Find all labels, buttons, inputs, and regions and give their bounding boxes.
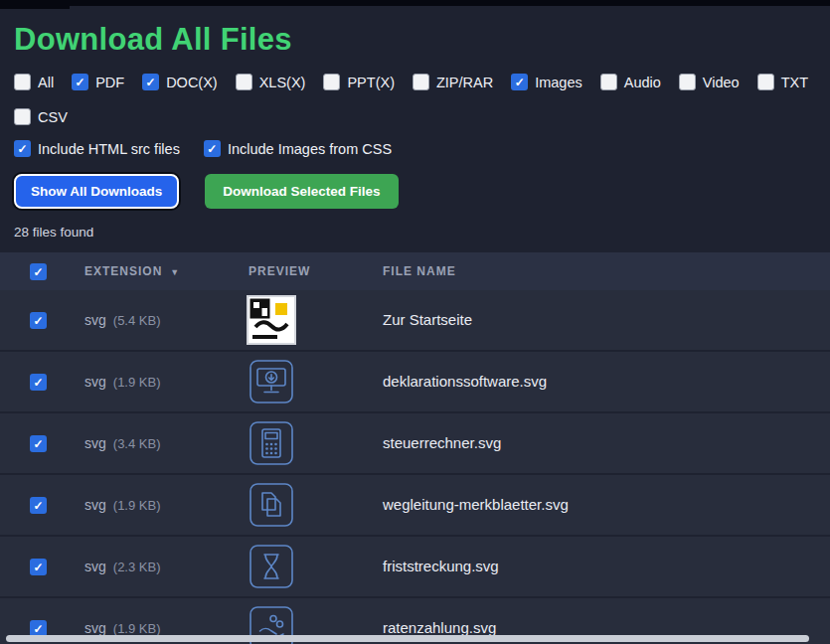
filter-all[interactable]: All [14,74,54,90]
filter-checkbox-txt[interactable] [757,74,774,90]
preview-cell [249,359,383,404]
file-extension: svg [84,374,106,390]
row-checkbox-cell: ✓ [30,311,84,330]
filter-label: XLS(X) [259,75,306,90]
filter-checkbox-images[interactable]: ✓ [511,74,528,90]
file-name: steuerrechner.svg [383,434,501,451]
check-icon: ✓ [33,500,43,512]
option-include-images-from-css[interactable]: ✓Include Images from CSS [204,140,392,157]
filter-checkbox-video[interactable] [679,74,696,90]
preview-cell [249,544,383,589]
file-extension: svg [84,435,106,451]
check-icon: ✓ [33,377,43,389]
filter-checkbox-all[interactable] [14,74,31,90]
options-row: ✓Include HTML src files✓Include Images f… [14,140,816,157]
filter-checkbox-ppt-x[interactable] [323,74,340,90]
row-checkbox[interactable]: ✓ [30,497,47,514]
file-table-body: ✓svg(5.4 KB)Zur Startseite✓svg(1.9 KB)de… [0,290,830,644]
file-size: (1.9 KB) [113,621,161,636]
filter-label: PPT(X) [347,75,395,90]
row-checkbox[interactable]: ✓ [30,374,47,391]
check-icon: ✓ [146,77,156,88]
option-checkbox-include-html-src-files[interactable]: ✓ [14,140,31,157]
filter-xls-x[interactable]: XLS(X) [236,74,306,90]
filter-label: CSV [38,109,68,125]
filter-label: TXT [781,75,808,90]
filter-row: All✓PDF✓DOC(X)XLS(X)PPT(X)ZIP/RAR✓Images… [14,74,816,125]
column-header-filename[interactable]: FILE NAME [383,264,830,278]
check-icon: ✓ [17,143,27,155]
check-icon: ✓ [33,315,43,327]
file-size: (3.4 KB) [113,436,161,451]
option-checkbox-include-images-from-css[interactable]: ✓ [204,140,221,157]
option-include-html-src-files[interactable]: ✓Include HTML src files [14,140,180,157]
check-icon: ✓ [33,623,43,635]
select-all-checkbox[interactable]: ✓ [30,263,47,280]
show-all-downloads-button[interactable]: Show All Downloads [14,174,179,209]
file-name: ratenzahlung.svg [383,619,496,636]
row-checkbox[interactable]: ✓ [30,559,47,575]
filter-checkbox-pdf[interactable]: ✓ [72,74,88,90]
filter-pdf[interactable]: ✓PDF [72,74,124,90]
extension-cell: svg(3.4 KB) [84,434,249,452]
page-title: Download All Files [14,22,816,58]
main-content: Download All Files All✓PDF✓DOC(X)XLS(X)P… [0,0,830,240]
filter-checkbox-xls-x[interactable] [236,74,252,90]
filter-label: Video [703,75,740,90]
file-size: (2.3 KB) [113,560,161,574]
download-selected-button[interactable]: Download Selected Files [205,174,398,209]
filter-video[interactable]: Video [679,74,740,90]
column-header-extension[interactable]: EXTENSION▼ [84,264,249,278]
window-top-edge [0,0,830,6]
filter-csv[interactable]: CSV [14,108,68,125]
extension-header-label: EXTENSION [84,264,162,278]
file-name: deklarationssoftware.svg [383,373,547,390]
column-header-preview[interactable]: PREVIEW [249,264,383,278]
filter-checkbox-doc-x[interactable]: ✓ [142,74,159,90]
option-label: Include Images from CSS [228,141,392,157]
preview-cell [249,482,383,528]
file-size: (5.4 KB) [113,313,161,328]
filter-label: ZIP/RAR [436,75,493,90]
row-checkbox-cell: ✓ [30,558,84,576]
filter-checkbox-csv[interactable] [14,108,31,125]
file-extension: svg [84,620,106,636]
row-checkbox-cell: ✓ [30,496,84,515]
filter-images[interactable]: ✓Images [511,74,582,90]
check-icon: ✓ [207,143,217,155]
file-name: Zur Startseite [383,311,472,328]
filter-checkbox-zip-rar[interactable] [413,74,429,90]
row-checkbox[interactable]: ✓ [30,312,47,329]
horizontal-scrollbar-thumb[interactable] [6,635,809,642]
check-icon: ✓ [33,266,43,278]
file-size: (1.9 KB) [113,375,161,390]
file-size: (1.9 KB) [113,498,161,513]
check-icon: ✓ [33,562,43,573]
file-extension: svg [84,559,106,574]
table-row: ✓svg(5.4 KB)Zur Startseite [0,290,830,352]
filter-doc-x[interactable]: ✓DOC(X) [142,74,218,90]
filter-checkbox-audio[interactable] [600,74,617,90]
filter-label: Audio [624,75,661,90]
file-extension: svg [84,497,106,513]
filter-audio[interactable]: Audio [600,74,661,90]
filter-ppt-x[interactable]: PPT(X) [323,74,395,90]
extension-cell: svg(2.3 KB) [84,558,249,575]
filter-zip-rar[interactable]: ZIP/RAR [413,74,493,90]
file-name: friststreckung.svg [383,558,499,574]
check-icon: ✓ [76,77,85,88]
filename-cell: deklarationssoftware.svg [383,373,830,391]
row-checkbox[interactable]: ✓ [30,435,47,452]
filename-cell: wegleitung-merkblaetter.svg [383,496,830,514]
filename-cell: friststreckung.svg [383,558,830,575]
filename-cell: Zur Startseite [383,311,830,329]
buttons-row: Show All Downloads Download Selected Fil… [14,174,816,209]
select-all-cell: ✓ [30,262,84,281]
filter-label: DOC(X) [166,75,218,90]
files-found-count: 28 files found [14,225,816,240]
filter-txt[interactable]: TXT [757,74,808,90]
preview-hourglass-icon [249,544,294,589]
option-label: Include HTML src files [38,141,180,157]
extension-cell: svg(1.9 KB) [84,373,249,391]
sort-desc-icon: ▼ [170,267,180,277]
